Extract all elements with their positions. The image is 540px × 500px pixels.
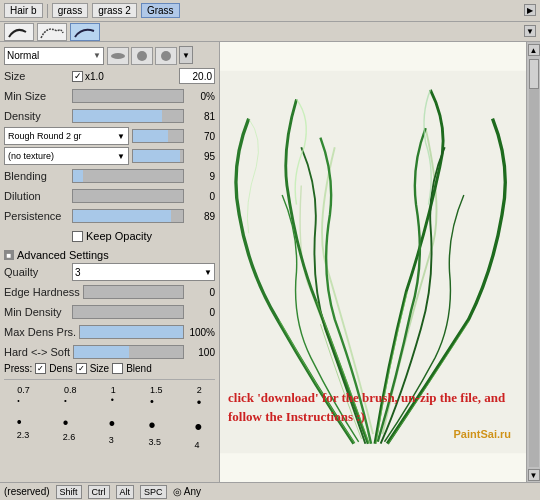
density-slider[interactable]: [72, 109, 184, 123]
min-density-row: Min Density 0: [4, 303, 215, 321]
quality-arrow: ▼: [204, 268, 212, 277]
size-row: Size ✓ x1.0: [4, 67, 215, 85]
advanced-settings-header[interactable]: ■ Advanced Settings: [4, 249, 215, 261]
blending-value: 9: [187, 171, 215, 182]
min-size-value: 0%: [187, 91, 215, 102]
blending-row: Blending 9: [4, 167, 215, 185]
dot-grid-section: 0.7• 0.8• 1• 1.5• 2• •2.3 •2.6 •3 •3.5 •…: [4, 379, 215, 452]
dilution-row: Dilution 0: [4, 187, 215, 205]
density-row: Density 81: [4, 107, 215, 125]
tab-hair[interactable]: Hair b: [4, 3, 43, 18]
min-size-slider[interactable]: [72, 89, 184, 103]
persistence-slider[interactable]: [72, 209, 184, 223]
tab-bar: Hair b grass grass 2 Grass ▶: [0, 0, 540, 22]
hard-soft-label: Hard <-> Soft: [4, 346, 70, 358]
blend-mode-arrow: ▼: [93, 51, 101, 60]
shape-flat[interactable]: [107, 47, 129, 65]
blending-slider[interactable]: [72, 169, 184, 183]
advanced-settings-label: Advanced Settings: [17, 249, 109, 261]
density-fill: [73, 110, 162, 122]
size-multiplier: x1.0: [85, 71, 104, 82]
keep-opacity-checkbox[interactable]: [72, 231, 83, 242]
brush-type-slider[interactable]: [132, 129, 184, 143]
hard-soft-row: Hard <-> Soft 100: [4, 343, 215, 361]
left-panel: Normal ▼ ▼ Size ✓ x1.0: [0, 42, 220, 482]
quality-row: Quailty 3 ▼: [4, 263, 215, 281]
shape-round2[interactable]: [155, 47, 177, 65]
tab-scroll-right[interactable]: ▶: [524, 4, 536, 16]
right-scrollbar: ▲ ▼: [526, 42, 540, 482]
dilution-slider[interactable]: [72, 189, 184, 203]
dot-2: 2•: [197, 385, 202, 410]
toolbar-scroll[interactable]: ▼: [524, 25, 536, 37]
dot-0.7: 0.7•: [17, 385, 30, 410]
min-density-slider[interactable]: [72, 305, 184, 319]
quality-label: Quailty: [4, 266, 69, 278]
scroll-down[interactable]: ▼: [528, 469, 540, 481]
texture-fill: [133, 150, 181, 162]
any-label: ◎ Any: [173, 486, 201, 497]
texture-slider[interactable]: [132, 149, 184, 163]
density-label: Density: [4, 110, 69, 122]
shape-round1[interactable]: [131, 47, 153, 65]
press-dens-checkbox[interactable]: ✓: [35, 363, 46, 374]
tab-grass3-label: Grass: [147, 5, 174, 16]
tab-grass3[interactable]: Grass: [141, 3, 180, 18]
hard-soft-slider[interactable]: [73, 345, 184, 359]
copyright-text: (reserved): [4, 486, 50, 497]
advanced-settings-icon: ■: [4, 250, 14, 260]
watermark: PaintSai.ru: [454, 428, 511, 440]
dot-2.3: •2.3: [17, 414, 30, 450]
max-dens-prs-row: Max Dens Prs. 100%: [4, 323, 215, 341]
watermark-text: PaintSai.ru: [454, 428, 511, 440]
edge-hardness-row: Edge Hardness 0: [4, 283, 215, 301]
tab-hair-label: Hair b: [10, 5, 37, 16]
max-dens-prs-slider[interactable]: [79, 325, 184, 339]
dot-4: •4: [195, 414, 203, 450]
ctrl-key[interactable]: Ctrl: [88, 485, 110, 499]
brush-icon-2[interactable]: [37, 23, 67, 41]
blend-mode-dropdown[interactable]: Normal ▼: [4, 47, 104, 65]
edge-hardness-slider[interactable]: [83, 285, 184, 299]
edge-hardness-value: 0: [187, 287, 215, 298]
size-checkbox[interactable]: ✓: [72, 71, 83, 82]
blend-mode-row: Normal ▼ ▼: [4, 46, 215, 65]
tab-grass2[interactable]: grass 2: [92, 3, 137, 18]
blending-label: Blending: [4, 170, 69, 182]
press-blend-checkbox[interactable]: [112, 363, 123, 374]
max-dens-prs-value: 100%: [187, 327, 215, 338]
brush-type-fill: [133, 130, 168, 142]
canvas-area[interactable]: click 'download' for the brush, un-zip t…: [220, 42, 526, 482]
brush-icon-3[interactable]: [70, 23, 100, 41]
size-value[interactable]: [179, 68, 215, 84]
size-label: Size: [4, 70, 69, 82]
shift-key[interactable]: Shift: [56, 485, 82, 499]
scroll-track[interactable]: [529, 59, 539, 467]
keep-opacity-row: Keep Opacity: [4, 227, 215, 245]
press-size-checkbox[interactable]: ✓: [76, 363, 87, 374]
texture-label: (no texture): [8, 151, 54, 161]
scroll-thumb[interactable]: [529, 59, 539, 89]
tab-grass-label: grass: [58, 5, 82, 16]
blend-mode-label: Normal: [7, 50, 39, 61]
brush-type-dropdown[interactable]: Rough Round 2 gr ▼: [4, 127, 129, 145]
handwritten-text-content: click 'download' for the brush, un-zip t…: [228, 390, 505, 424]
max-dens-prs-label: Max Dens Prs.: [4, 326, 76, 338]
quality-value: 3: [75, 267, 81, 278]
quality-dropdown[interactable]: 3 ▼: [72, 263, 215, 281]
tab-grass[interactable]: grass: [52, 3, 88, 18]
svg-rect-0: [73, 25, 97, 39]
min-density-value: 0: [187, 307, 215, 318]
spc-key[interactable]: SPC: [140, 485, 167, 499]
dilution-value: 0: [187, 191, 215, 202]
press-dens-label: Dens: [49, 363, 72, 374]
persistence-label: Persistence: [4, 210, 69, 222]
size-check: ✓ x1.0: [72, 71, 104, 82]
alt-key[interactable]: Alt: [116, 485, 135, 499]
shape-scroll[interactable]: ▼: [179, 46, 193, 64]
texture-dropdown[interactable]: (no texture) ▼: [4, 147, 129, 165]
brush-icon-1[interactable]: [4, 23, 34, 41]
dot-3: •3: [109, 414, 115, 450]
scroll-up[interactable]: ▲: [528, 44, 540, 56]
keep-opacity-label: Keep Opacity: [86, 230, 152, 242]
